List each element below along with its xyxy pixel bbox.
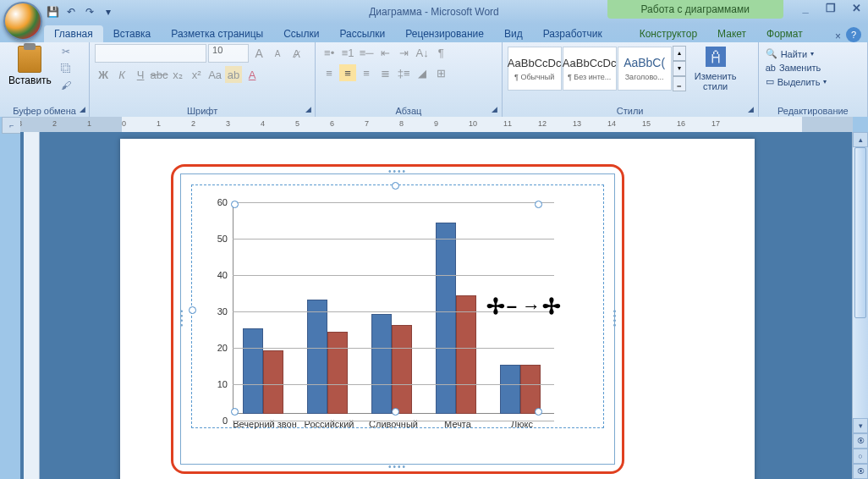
find-button[interactable]: 🔍Найти▾ [764,47,862,60]
tab-chart-format[interactable]: Формат [756,25,813,42]
browse-object-button[interactable]: ○ [853,449,868,464]
superscript-button[interactable]: x² [188,66,205,83]
replace-button[interactable]: abЗаменить [764,62,862,74]
horizontal-ruler[interactable]: 32101234567891011121314151617 [20,117,853,133]
maximize-button[interactable]: ❐ [822,2,839,14]
font-name-selector[interactable] [95,44,206,63]
clear-format-button[interactable]: A̷ [288,45,305,62]
scroll-down-button[interactable]: ▾ [853,418,868,433]
redo-icon[interactable]: ↷ [81,3,98,20]
bar-series2[interactable] [263,350,283,414]
change-case-button[interactable]: Aa [206,66,223,83]
style-scroll-up[interactable]: ▴ [673,46,686,61]
tab-view[interactable]: Вид [494,25,533,42]
align-center-button[interactable]: ≡ [339,64,356,81]
tab-references[interactable]: Ссылки [273,25,329,42]
plot-area-selection[interactable]: Вечерний звонРоссийскийСливочныйМечтаЛюк… [191,184,604,428]
select-icon: ▭ [766,76,774,87]
undo-icon[interactable]: ↶ [63,3,80,20]
bar-series2[interactable] [520,365,541,414]
sort-button[interactable]: A↓ [414,44,431,61]
justify-button[interactable]: ≣ [376,64,393,81]
paste-button[interactable]: Вставить [5,44,55,93]
plot-handle[interactable] [535,408,542,416]
style-normal[interactable]: AaBbCcDc¶ Обычный [508,47,562,91]
bullets-button[interactable]: ≡• [321,44,338,61]
bar-series1[interactable] [436,223,456,414]
align-left-button[interactable]: ≡ [321,64,338,81]
next-page-button[interactable]: ⦿ [853,464,868,479]
font-dialog-launcher[interactable]: ◢ [303,105,313,115]
numbering-button[interactable]: ≡1 [339,44,356,61]
qat-more-icon[interactable]: ▾ [100,3,117,20]
show-marks-button[interactable]: ¶ [432,44,449,61]
underline-button[interactable]: Ч [132,66,149,83]
tab-review[interactable]: Рецензирование [395,25,494,42]
style-expand[interactable]: ‗ [673,76,686,91]
vertical-ruler[interactable] [24,132,40,479]
change-styles-button[interactable]: 🅰 Изменить стили [687,44,744,93]
style-heading[interactable]: AaBbC(Заголово... [618,47,672,91]
tab-chart-design[interactable]: Конструктор [629,25,707,42]
bar-series2[interactable] [456,295,476,414]
close-button[interactable]: ✕ [848,2,865,14]
help-button[interactable]: ? [846,27,861,42]
highlight-button[interactable]: ab [225,66,242,83]
strike-button[interactable]: abc [151,66,168,83]
cut-icon[interactable]: ✂ [58,44,74,59]
line-spacing-button[interactable]: ‡≡ [395,64,412,81]
bar-series2[interactable] [327,332,348,414]
font-color-button[interactable]: A [244,66,261,83]
plot-handle[interactable] [231,201,239,208]
save-icon[interactable]: 💾 [44,3,61,20]
select-button[interactable]: ▭Выделить▾ [764,75,862,88]
align-right-button[interactable]: ≡ [358,64,375,81]
tab-page-layout[interactable]: Разметка страницы [161,25,273,42]
style-no-spacing[interactable]: AaBbCcDc¶ Без инте... [563,47,617,91]
tab-chart-layout[interactable]: Макет [707,25,756,42]
tab-developer[interactable]: Разработчик [533,25,613,42]
italic-button[interactable]: К [113,66,130,83]
plot-handle[interactable] [392,182,399,190]
minimize-button[interactable]: _ [797,2,814,14]
tab-home[interactable]: Главная [44,25,103,42]
document-area: •••• •••• •••• •••• Вечерний звонРоссийс… [20,132,853,479]
clipboard-dialog-launcher[interactable]: ◢ [77,105,87,115]
bar-series1[interactable] [371,314,392,414]
office-button[interactable] [3,2,42,41]
ribbon: Вставить ✂ ⿻ 🖌 Буфер обмена ◢ 10 A A A̷ … [0,42,868,118]
font-size-selector[interactable]: 10 [208,44,249,63]
tab-mailings[interactable]: Рассылки [329,25,395,42]
prev-page-button[interactable]: ⦿ [853,433,868,449]
plot-handle[interactable] [231,408,239,416]
grow-font-button[interactable]: A [250,45,267,62]
bar-series1[interactable] [243,328,263,414]
style-gallery-scroll: ▴ ▾ ‗ [673,46,686,91]
plot-handle[interactable] [189,306,196,314]
tab-insert[interactable]: Вставка [103,25,162,42]
ruler-corner[interactable]: ⌐ [2,117,22,134]
plot-handle[interactable] [392,408,399,416]
shading-button[interactable]: ◢ [414,64,431,81]
paragraph-dialog-launcher[interactable]: ◢ [490,105,500,115]
bold-button[interactable]: Ж [95,66,112,83]
bar-series1[interactable] [307,300,327,414]
copy-icon[interactable]: ⿻ [58,61,74,76]
plot-handle[interactable] [535,201,542,208]
styles-dialog-launcher[interactable]: ◢ [746,105,756,115]
dec-indent-button[interactable]: ⇤ [376,44,393,61]
bar-series2[interactable] [392,325,412,414]
borders-button[interactable]: ⊞ [432,64,449,81]
shrink-font-button[interactable]: A [269,45,286,62]
bar-series1[interactable] [500,365,520,414]
multilevel-button[interactable]: ≡─ [358,44,375,61]
subscript-button[interactable]: x₂ [169,66,186,83]
doc-close-button[interactable]: × [835,30,841,42]
scroll-up-button[interactable]: ▴ [853,132,868,147]
format-painter-icon[interactable]: 🖌 [58,78,74,93]
style-scroll-down[interactable]: ▾ [673,61,686,76]
vertical-scrollbar[interactable]: ▴ ▾ ⦿ ○ ⦿ [852,132,868,479]
scroll-thumb[interactable] [854,147,866,318]
chart-object-selection[interactable]: •••• •••• •••• •••• Вечерний звонРоссийс… [180,173,615,465]
inc-indent-button[interactable]: ⇥ [395,44,412,61]
